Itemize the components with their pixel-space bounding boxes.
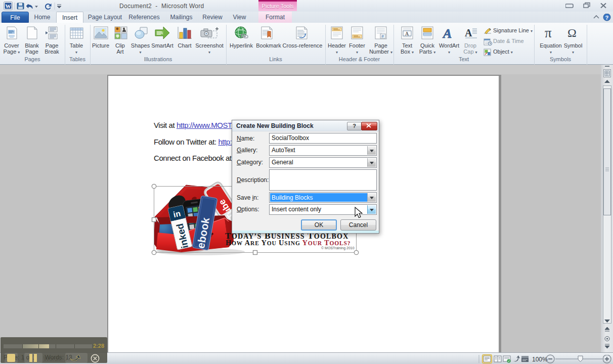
svg-text:?: ? bbox=[605, 15, 609, 21]
svg-text:W: W bbox=[6, 3, 11, 9]
svg-text:100%: 100% bbox=[532, 356, 548, 363]
svg-text:A: A bbox=[465, 27, 472, 38]
svg-text:#: # bbox=[381, 34, 384, 39]
svg-text:π: π bbox=[545, 27, 552, 39]
svg-text:Ω: Ω bbox=[567, 27, 577, 39]
svg-text:A: A bbox=[405, 31, 409, 36]
svg-text:A: A bbox=[442, 26, 452, 39]
